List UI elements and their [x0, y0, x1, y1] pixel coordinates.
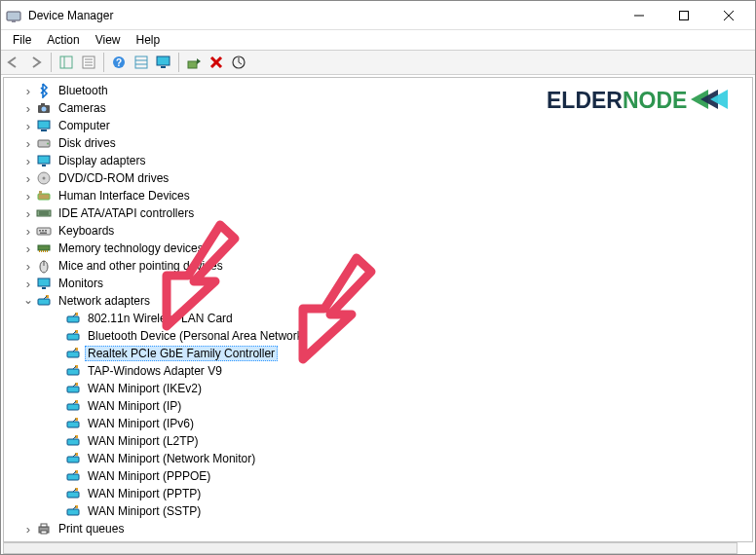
menu-action[interactable]: Action — [39, 31, 87, 49]
svg-rect-14 — [135, 56, 147, 68]
horizontal-scrollbar[interactable] — [3, 542, 737, 554]
close-button[interactable] — [706, 1, 751, 30]
tree-expander-icon[interactable] — [21, 101, 35, 115]
device-category[interactable]: Memory technology devices — [4, 240, 752, 257]
update-driver-button[interactable] — [183, 52, 205, 73]
device-item[interactable]: WAN Miniport (SSTP) — [4, 502, 752, 520]
tree-expander-icon[interactable] — [21, 119, 35, 132]
device-category[interactable]: Bluetooth — [4, 82, 752, 99]
device-item[interactable]: WAN Miniport (IPv6) — [4, 415, 752, 432]
tree-expander-icon[interactable] — [21, 241, 35, 255]
device-category[interactable]: Disk drives — [4, 134, 752, 152]
device-category[interactable]: Mice and other pointing devices — [4, 257, 752, 275]
tree-item-label: DVD/CD-ROM drives — [56, 170, 171, 186]
device-item[interactable]: WAN Miniport (IKEv2) — [4, 380, 752, 397]
tree-expander-icon[interactable] — [21, 206, 35, 220]
device-item[interactable]: Realtek PCIe GbE Family Controller — [4, 345, 752, 362]
nic-icon — [64, 451, 82, 466]
tree-item-label: Realtek PCIe GbE Family Controller — [85, 346, 278, 361]
device-item[interactable]: 802.11n Wireless LAN Card — [4, 310, 752, 327]
tree-expander-icon[interactable] — [21, 189, 35, 203]
minimize-button[interactable] — [617, 1, 662, 30]
svg-rect-90 — [67, 509, 79, 515]
menu-file[interactable]: File — [5, 31, 39, 49]
monitor-cat-icon — [35, 276, 53, 291]
properties-button[interactable] — [78, 52, 99, 73]
device-item[interactable]: TAP-Windows Adapter V9 — [4, 362, 752, 380]
device-item[interactable]: Bluetooth Device (Personal Area Network) — [4, 327, 752, 345]
tree-item-label: Keyboards — [56, 223, 117, 239]
tree-item-label: WAN Miniport (Network Monitor) — [85, 451, 258, 466]
device-item[interactable]: WAN Miniport (IP) — [4, 397, 752, 415]
window-title: Device Manager — [28, 9, 617, 22]
tree-item-label: WAN Miniport (PPTP) — [85, 486, 204, 501]
display-button[interactable] — [153, 52, 174, 73]
device-tree[interactable]: BluetoothCamerasComputerDisk drivesDispl… — [4, 78, 752, 541]
device-item[interactable]: WAN Miniport (PPTP) — [4, 485, 752, 502]
svg-rect-57 — [67, 316, 79, 322]
nic-icon — [64, 468, 82, 484]
tree-expander-icon[interactable] — [21, 136, 35, 150]
device-category[interactable]: Display adapters — [4, 152, 752, 169]
device-category[interactable]: Keyboards — [4, 222, 752, 240]
device-category[interactable]: DVD/CD-ROM drives — [4, 169, 752, 187]
svg-rect-25 — [41, 103, 45, 105]
tree-item-label: Cameras — [56, 100, 109, 116]
uninstall-button[interactable] — [206, 52, 227, 73]
device-category[interactable]: Network adapters — [4, 292, 752, 310]
hid-icon — [35, 188, 53, 204]
tree-expander-icon[interactable] — [21, 259, 35, 273]
svg-rect-17 — [157, 56, 170, 65]
svg-point-24 — [42, 107, 47, 112]
tree-expander-icon[interactable] — [21, 171, 35, 185]
tree-expander-icon[interactable] — [21, 154, 35, 167]
svg-rect-46 — [41, 250, 42, 252]
tree-expander-icon[interactable] — [21, 224, 35, 238]
device-item[interactable]: WAN Miniport (L2TP) — [4, 432, 752, 450]
nic-icon — [64, 486, 82, 501]
svg-rect-42 — [45, 230, 47, 232]
show-hide-console-button[interactable] — [56, 52, 77, 73]
svg-rect-6 — [60, 56, 72, 68]
tree-expander-icon[interactable] — [21, 522, 35, 536]
tree-item-label: Network adapters — [56, 293, 153, 309]
device-category[interactable]: Computer — [4, 117, 752, 134]
toolbar-separator — [51, 53, 52, 72]
nic-icon — [64, 381, 82, 396]
menu-view[interactable]: View — [88, 31, 129, 49]
bluetooth-icon — [35, 83, 53, 98]
scan-hardware-button[interactable] — [228, 52, 249, 73]
nic-icon — [64, 503, 82, 519]
device-category[interactable]: Cameras — [4, 99, 752, 117]
help-button[interactable]: ? — [108, 52, 130, 73]
svg-rect-0 — [7, 12, 20, 20]
tree-expander-icon — [51, 469, 64, 483]
svg-rect-31 — [42, 165, 46, 166]
tree-expander-icon — [51, 312, 64, 325]
maximize-button[interactable] — [662, 1, 706, 30]
device-category[interactable]: Human Interface Devices — [4, 187, 752, 204]
device-category[interactable]: Monitors — [4, 275, 752, 292]
menubar: File Action View Help — [1, 30, 755, 50]
back-button[interactable] — [3, 52, 24, 73]
device-category[interactable]: Print queues — [4, 520, 752, 537]
tree-expander-icon[interactable] — [21, 294, 35, 308]
svg-rect-30 — [38, 156, 50, 164]
toolbar: ? — [1, 50, 755, 75]
svg-rect-1 — [12, 20, 16, 22]
svg-rect-19 — [188, 61, 197, 68]
device-item[interactable]: WAN Miniport (PPPOE) — [4, 467, 752, 485]
tree-expander-icon[interactable] — [21, 277, 35, 290]
svg-rect-40 — [39, 230, 41, 232]
device-category[interactable]: IDE ATA/ATAPI controllers — [4, 204, 752, 222]
svg-rect-36 — [37, 210, 51, 216]
forward-button[interactable] — [25, 52, 47, 73]
svg-rect-78 — [67, 439, 79, 445]
device-item[interactable]: WAN Miniport (Network Monitor) — [4, 450, 752, 467]
tree-expander-icon[interactable] — [21, 84, 35, 97]
ide-icon — [35, 205, 53, 221]
tree-expander-icon — [51, 399, 64, 413]
tree-item-label: WAN Miniport (L2TP) — [85, 433, 202, 449]
menu-help[interactable]: Help — [129, 31, 169, 49]
view-mode-button[interactable] — [131, 52, 152, 73]
